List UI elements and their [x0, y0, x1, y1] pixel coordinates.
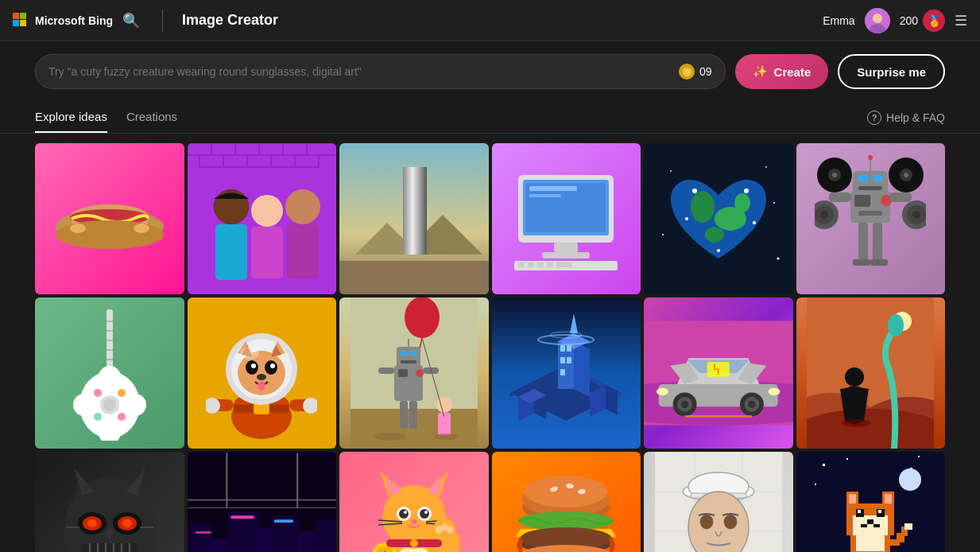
- svg-point-104: [124, 394, 146, 416]
- avatar[interactable]: [865, 8, 890, 33]
- svg-marker-281: [610, 537, 615, 552]
- image-grid: 大: [0, 134, 980, 552]
- tab-explore[interactable]: Explore ideas: [35, 102, 107, 133]
- search-bar-section: 🪙 09 ✨ Create Surprise me: [0, 41, 980, 102]
- svg-rect-47: [518, 262, 525, 267]
- svg-rect-161: [560, 345, 565, 352]
- header-right: Emma 200 🏅 ☰: [823, 8, 967, 33]
- svg-rect-73: [854, 195, 870, 207]
- svg-point-135: [405, 297, 440, 338]
- grid-item-demon-mask[interactable]: [35, 452, 184, 552]
- grid-item-hotdog[interactable]: [35, 143, 184, 294]
- svg-rect-85: [870, 259, 888, 266]
- svg-point-251: [424, 511, 428, 514]
- grid-item-monolith[interactable]: [339, 143, 489, 294]
- svg-rect-303: [815, 484, 816, 485]
- svg-rect-226: [209, 539, 229, 552]
- svg-point-53: [765, 166, 767, 168]
- header-left: Microsoft Bing 🔍 Image Creator: [13, 10, 278, 32]
- svg-point-249: [420, 509, 429, 519]
- svg-point-107: [94, 389, 102, 397]
- svg-rect-45: [542, 252, 590, 259]
- svg-rect-78: [873, 175, 882, 181]
- svg-rect-49: [537, 262, 544, 267]
- svg-rect-232: [230, 515, 254, 519]
- grid-item-earth-heart[interactable]: [644, 143, 793, 294]
- tab-creations[interactable]: Creations: [126, 102, 177, 133]
- svg-marker-201: [74, 468, 94, 496]
- grid-item-robot-balloon[interactable]: [339, 297, 489, 449]
- svg-point-194: [807, 409, 934, 449]
- svg-rect-28: [215, 224, 247, 280]
- svg-point-13: [70, 224, 86, 233]
- help-faq[interactable]: ? Help & FAQ: [867, 111, 945, 125]
- svg-rect-230: [297, 531, 317, 552]
- grid-item-burger[interactable]: [492, 452, 641, 552]
- svg-rect-299: [823, 464, 825, 466]
- grid-item-lucky-cat[interactable]: 大: [339, 452, 489, 552]
- coins-in-search: 🪙 09: [679, 64, 712, 80]
- svg-rect-310: [885, 494, 892, 503]
- svg-point-59: [705, 227, 724, 243]
- svg-point-250: [404, 511, 407, 514]
- svg-point-188: [769, 388, 781, 395]
- grid-item-shiba[interactable]: [188, 297, 337, 449]
- svg-rect-75: [858, 211, 882, 216]
- search-icon-header[interactable]: 🔍: [122, 12, 140, 29]
- svg-point-5: [873, 14, 882, 23]
- create-icon: ✨: [753, 64, 768, 79]
- grid-item-guitar-flowers[interactable]: [35, 297, 184, 449]
- search-input-wrapper[interactable]: 🪙 09: [35, 54, 726, 89]
- svg-rect-327: [856, 531, 885, 551]
- svg-point-260: [441, 523, 447, 531]
- svg-rect-316: [867, 519, 873, 524]
- grid-item-city-iso[interactable]: [492, 297, 641, 449]
- grid-item-desert-figure[interactable]: [796, 297, 946, 449]
- svg-point-304: [899, 468, 921, 491]
- svg-rect-76: [853, 171, 888, 195]
- svg-rect-322: [904, 523, 912, 530]
- svg-point-196: [845, 367, 864, 387]
- grid-item-robot-music[interactable]: [796, 143, 946, 294]
- svg-rect-162: [560, 357, 565, 363]
- create-button[interactable]: ✨ Create: [735, 54, 829, 89]
- svg-rect-87: [889, 192, 912, 202]
- svg-point-14: [134, 224, 149, 233]
- svg-rect-165: [567, 357, 571, 363]
- svg-rect-51: [556, 262, 572, 267]
- svg-point-103: [73, 394, 95, 416]
- svg-point-261: [447, 526, 453, 534]
- svg-rect-44: [554, 243, 578, 252]
- search-input[interactable]: [48, 65, 679, 78]
- svg-point-124: [251, 363, 256, 368]
- grid-item-pixel-fox[interactable]: [796, 452, 946, 552]
- svg-rect-314: [858, 510, 861, 513]
- grid-item-computer[interactable]: [492, 143, 641, 294]
- grid-item-delorean[interactable]: [644, 297, 793, 449]
- svg-rect-37: [403, 167, 427, 255]
- reward-icon[interactable]: 🏅: [923, 10, 945, 32]
- svg-point-12: [56, 220, 164, 249]
- svg-point-56: [777, 258, 779, 260]
- svg-point-182: [681, 401, 688, 408]
- svg-point-153: [434, 433, 458, 440]
- header-divider: [162, 10, 163, 32]
- help-icon: ?: [867, 111, 881, 125]
- surprise-button[interactable]: Surprise me: [838, 54, 945, 89]
- svg-point-269: [525, 476, 607, 507]
- svg-rect-147: [400, 401, 408, 429]
- search-coins-count: 09: [699, 65, 712, 78]
- grid-item-neon-city[interactable]: [188, 452, 337, 552]
- svg-point-63: [685, 217, 688, 220]
- svg-point-55: [662, 234, 664, 235]
- svg-point-64: [753, 221, 756, 224]
- coins-badge: 200 🏅: [900, 10, 945, 32]
- grid-item-girls[interactable]: [188, 143, 337, 294]
- svg-point-54: [773, 202, 775, 204]
- bing-logo[interactable]: Microsoft Bing: [13, 13, 113, 29]
- svg-rect-318: [873, 524, 880, 527]
- svg-rect-163: [560, 369, 565, 375]
- hamburger-menu-icon[interactable]: ☰: [955, 12, 967, 29]
- svg-marker-160: [570, 313, 578, 333]
- grid-item-worker[interactable]: [644, 452, 793, 552]
